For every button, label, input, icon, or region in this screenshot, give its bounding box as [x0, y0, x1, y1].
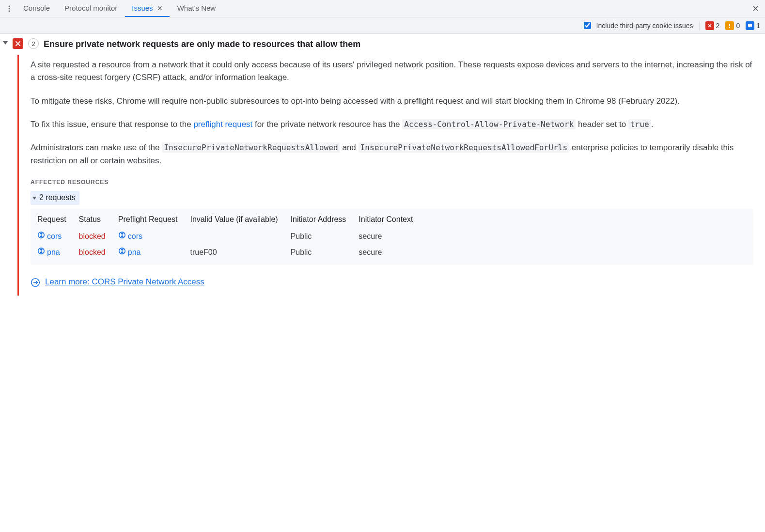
issues-list: 2 Ensure private network requests are on…	[0, 34, 765, 532]
error-count-value: 2	[716, 22, 720, 30]
tab-label: What's New	[177, 4, 216, 12]
requests-summary-label: 2 requests	[39, 192, 76, 204]
preflight-link[interactable]: pna	[116, 245, 188, 261]
warning-count[interactable]: 0	[725, 21, 740, 30]
divider	[699, 21, 700, 30]
svg-rect-4	[729, 24, 730, 26]
code-token: Access-Control-Allow-Private-Network	[402, 119, 576, 129]
affected-resources-heading: AFFECTED RESOURCES	[31, 178, 753, 187]
initiator-ctx-cell: secure	[357, 229, 423, 245]
initiator-ctx-cell: secure	[357, 245, 423, 261]
request-icon	[37, 247, 45, 255]
invalid-cell	[188, 229, 288, 245]
request-link[interactable]: pna	[35, 245, 77, 261]
checkbox-input[interactable]	[584, 22, 591, 29]
svg-point-1	[9, 8, 10, 9]
col-preflight: Preflight Request	[116, 212, 188, 229]
invalid-cell: trueF00	[188, 245, 288, 261]
warning-count-value: 0	[736, 22, 740, 30]
info-icon	[746, 21, 754, 30]
issue-header-row[interactable]: 2 Ensure private network requests are on…	[0, 34, 765, 50]
table-row: cors blocked cors Public secure	[35, 229, 423, 245]
code-token: InsecurePrivateNetworkRequestsAllowed	[162, 142, 340, 153]
table-row: pna blocked pna trueF00 Public secure	[35, 245, 423, 261]
more-tabs-button[interactable]	[3, 2, 16, 15]
tab-label: Issues	[132, 4, 153, 12]
tab-console[interactable]: Console	[16, 0, 57, 17]
request-icon	[118, 231, 126, 239]
col-initiator-addr: Initiator Address	[289, 212, 357, 229]
tab-issues[interactable]: Issues ✕	[125, 0, 169, 17]
error-icon	[705, 21, 714, 30]
learn-more-link[interactable]: Learn more: CORS Private Network Access	[45, 276, 204, 288]
col-invalid: Invalid Value (if available)	[188, 212, 288, 229]
col-request: Request	[35, 212, 77, 229]
warning-icon	[725, 21, 734, 30]
include-third-party-cookies-checkbox[interactable]: Include third-party cookie issues	[582, 20, 693, 31]
issue-paragraph: A site requested a resource from a netwo…	[31, 59, 753, 84]
preflight-request-link[interactable]: preflight request	[193, 120, 252, 129]
tab-bar: Console Protocol monitor Issues ✕ What's…	[0, 0, 765, 17]
svg-point-0	[9, 5, 10, 7]
info-count-value: 1	[756, 22, 760, 30]
request-icon	[118, 247, 126, 255]
initiator-addr-cell: Public	[289, 245, 357, 261]
requests-table: Request Status Preflight Request Invalid…	[31, 209, 753, 265]
tab-protocol-monitor[interactable]: Protocol monitor	[58, 0, 124, 17]
arrow-circle-right-icon	[31, 278, 40, 287]
requests-summary-toggle[interactable]: 2 requests	[31, 191, 79, 205]
expand-triangle-icon	[32, 197, 36, 200]
error-count[interactable]: 2	[705, 21, 720, 30]
tab-label: Console	[23, 4, 50, 12]
checkbox-label: Include third-party cookie issues	[596, 22, 693, 30]
code-token: true	[628, 119, 651, 129]
issue-paragraph: To fix this issue, ensure that response …	[31, 118, 753, 131]
svg-rect-5	[729, 27, 730, 28]
tab-whats-new[interactable]: What's New	[171, 0, 223, 17]
status-cell: blocked	[77, 245, 116, 261]
tab-label: Protocol monitor	[64, 4, 117, 12]
expand-triangle-icon[interactable]	[3, 41, 8, 45]
close-icon[interactable]: ✕	[157, 4, 163, 12]
preflight-link[interactable]: cors	[116, 229, 188, 245]
severity-error-icon	[13, 38, 23, 49]
issue-title: Ensure private network requests are only…	[44, 38, 360, 50]
request-icon	[37, 231, 45, 239]
issue-paragraph: Administrators can make use of the Insec…	[31, 141, 753, 167]
svg-point-2	[9, 10, 10, 12]
learn-more-row: Learn more: CORS Private Network Access	[31, 276, 753, 288]
issue-paragraph: To mitigate these risks, Chrome will req…	[31, 95, 753, 108]
close-panel-button[interactable]: ✕	[749, 2, 762, 16]
initiator-addr-cell: Public	[289, 229, 357, 245]
status-cell: blocked	[77, 229, 116, 245]
issues-toolbar: Include third-party cookie issues 2 0 1	[0, 17, 765, 34]
code-token: InsecurePrivateNetworkRequestsAllowedFor…	[359, 142, 570, 153]
col-initiator-ctx: Initiator Context	[357, 212, 423, 229]
issue-instance-count: 2	[28, 38, 39, 49]
table-header-row: Request Status Preflight Request Invalid…	[35, 212, 423, 229]
info-count[interactable]: 1	[746, 21, 760, 30]
col-status: Status	[77, 212, 116, 229]
request-link[interactable]: cors	[35, 229, 77, 245]
issue-body: A site requested a resource from a netwo…	[17, 55, 765, 296]
